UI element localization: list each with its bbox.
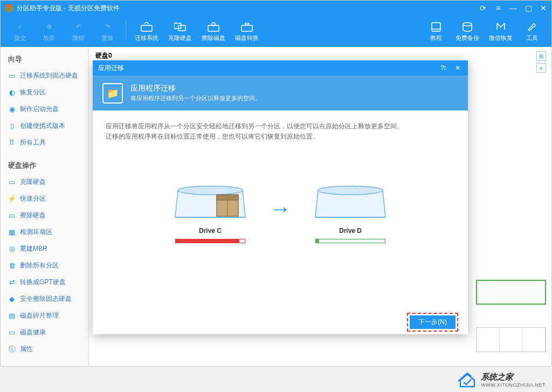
sidebar-item-bootdisk[interactable]: ◉制作启动光盘 xyxy=(1,101,88,118)
maximize-icon[interactable]: ▢ xyxy=(525,4,532,12)
migrate-label: 迁移系统 xyxy=(135,34,158,42)
sidebar-label: 恢复分区 xyxy=(20,88,46,97)
svg-rect-6 xyxy=(432,23,440,31)
sidebar-label: 磁盘碎片整理 xyxy=(20,311,59,320)
erase-button[interactable]: 擦除磁盘 xyxy=(198,19,229,44)
health-icon: ▭ xyxy=(8,329,16,336)
sidebar-item-delete-all[interactable]: 🗑删除所有分区 xyxy=(1,257,88,274)
shield-icon: ◆ xyxy=(8,295,16,303)
close-icon[interactable]: ✕ xyxy=(540,4,547,12)
dialog-header: 📁 应用程序迁移 将应用程序迁移到另一个分区以释放更多的空间。 xyxy=(93,75,468,111)
trash-icon: 🗑 xyxy=(8,262,16,270)
house-icon xyxy=(458,373,477,388)
grid-icon: ⠿ xyxy=(8,139,16,147)
backup-label: 免费备份 xyxy=(456,34,479,42)
sidebar-item-quick-partition[interactable]: ⚡快速分区 xyxy=(1,190,88,207)
backup-button[interactable]: 免费备份 xyxy=(452,19,482,44)
recover-icon: ◐ xyxy=(8,89,16,97)
drive-c-usage-bar xyxy=(175,239,245,243)
sidebar-label: 安全擦除固态硬盘 xyxy=(20,294,72,304)
svg-point-9 xyxy=(178,186,243,195)
partition-bar-1[interactable] xyxy=(476,280,546,305)
sidebar-label: 重建MBR xyxy=(20,244,47,253)
tools-label: 工具 xyxy=(526,34,538,42)
wechat-button[interactable]: 微信恢复 xyxy=(486,19,516,44)
help-icon[interactable]: ?⃝ xyxy=(438,64,448,72)
dialog-header-title: 应用程序迁移 xyxy=(130,84,261,93)
erase-disk-icon: ▭ xyxy=(8,212,16,219)
sidebar-label: 创建便携式版本 xyxy=(20,121,65,130)
watermark-cn: 系统之家 xyxy=(481,372,546,382)
dialog-close-icon[interactable]: ✕ xyxy=(453,64,463,72)
tools-button[interactable]: 工具 xyxy=(519,19,545,44)
redo-button[interactable]: ↷重做 xyxy=(94,19,120,44)
arrow-right-icon: → xyxy=(270,197,291,221)
folder-arrow-icon: 📁 xyxy=(102,83,123,104)
sidebar-item-recover[interactable]: ◐恢复分区 xyxy=(1,84,88,101)
watermark-url: WWW.XITONGZHIJIA.NET xyxy=(481,382,546,388)
next-button-highlight: 下一步(N) xyxy=(407,313,458,332)
wechat-icon xyxy=(495,21,507,33)
sidebar: 向导 ▭迁移系统到固态硬盘 ◐恢复分区 ◉制作启动光盘 ▯创建便携式版本 ⠿所有… xyxy=(1,47,89,366)
sidebar-label: 所有工具 xyxy=(20,138,46,147)
convert-icon xyxy=(241,21,253,33)
erase-label: 擦除磁盘 xyxy=(202,34,225,42)
migrate-icon xyxy=(141,21,153,33)
sidebar-item-gpt[interactable]: ⇄转换成GPT硬盘 xyxy=(1,274,88,291)
sidebar-item-properties[interactable]: ⓘ属性 xyxy=(1,341,88,357)
mbr-icon: ◎ xyxy=(8,245,16,253)
sidebar-item-migrate-ssd[interactable]: ▭迁移系统到固态硬盘 xyxy=(1,67,88,84)
migrate-button[interactable]: 迁移系统 xyxy=(132,19,162,44)
convert-icon: ⇄ xyxy=(8,279,16,286)
undo-button[interactable]: ↶撤销 xyxy=(65,19,91,44)
wechat-label: 微信恢复 xyxy=(489,34,513,42)
svg-rect-2 xyxy=(178,25,185,31)
tutorial-button[interactable]: 教程 xyxy=(423,19,449,44)
sidebar-item-defrag[interactable]: ▤磁盘碎片整理 xyxy=(1,307,88,324)
drive-c-label: Drive C xyxy=(199,227,222,235)
sidebar-label: 删除所有分区 xyxy=(20,261,59,270)
portable-icon: ▯ xyxy=(8,122,16,130)
clone-button[interactable]: 克隆硬盘 xyxy=(165,19,195,44)
menu-icon[interactable]: ≡ xyxy=(494,4,502,12)
convert-label: 磁盘转换 xyxy=(235,34,259,42)
view-list-icon[interactable]: ≡ xyxy=(536,63,546,73)
view-grid-icon[interactable]: ⊞ xyxy=(536,51,546,61)
sidebar-item-secure-erase[interactable]: ◆安全擦除固态硬盘 xyxy=(1,291,88,307)
scan-icon: ▦ xyxy=(8,229,16,236)
title-bar: 分区助手专业版 - 无损分区免费软件 ⟳ ≡ — ▢ ✕ xyxy=(1,1,551,16)
sidebar-item-alltools[interactable]: ⠿所有工具 xyxy=(1,134,88,151)
sidebar-label: 转换成GPT硬盘 xyxy=(20,278,66,287)
source-drive: Drive C xyxy=(172,174,248,243)
svg-rect-5 xyxy=(242,25,252,31)
sidebar-item-badblock[interactable]: ▦检测坏扇区 xyxy=(1,224,88,240)
sidebar-item-portable[interactable]: ▯创建便携式版本 xyxy=(1,118,88,134)
sidebar-item-mbr[interactable]: ◎重建MBR xyxy=(1,240,88,257)
sidebar-label: 迁移系统到固态硬盘 xyxy=(20,71,78,80)
drive-d-usage-bar xyxy=(315,239,385,243)
dialog-title: 应用迁移 xyxy=(98,64,438,73)
sidebar-item-health[interactable]: ▭磁盘健康 xyxy=(1,324,88,341)
dialog-footer: 下一步(N) xyxy=(93,310,468,334)
minimize-icon[interactable]: — xyxy=(509,4,517,12)
watermark: 系统之家 WWW.XITONGZHIJIA.NET xyxy=(458,372,546,388)
target-drive: Drive D xyxy=(313,174,388,243)
svg-point-14 xyxy=(318,186,383,195)
refresh-icon[interactable]: ⟳ xyxy=(479,4,487,12)
dialog-header-subtitle: 将应用程序迁移到另一个分区以释放更多的空间。 xyxy=(130,94,261,102)
sidebar-item-clone-disk[interactable]: ▭克隆硬盘 xyxy=(1,174,88,190)
sidebar-label: 磁盘健康 xyxy=(20,328,46,337)
next-button[interactable]: 下一步(N) xyxy=(410,315,456,329)
sidebar-label: 擦除硬盘 xyxy=(20,211,46,220)
abandon-button[interactable]: ⊗放弃 xyxy=(36,19,62,44)
info-icon: ⓘ xyxy=(8,346,16,353)
convert-button[interactable]: 磁盘转换 xyxy=(232,19,262,44)
clone-label: 克隆硬盘 xyxy=(168,34,192,42)
sidebar-item-erase-disk[interactable]: ▭擦除硬盘 xyxy=(1,207,88,224)
redo-icon: ↷ xyxy=(101,21,113,33)
submit-button[interactable]: ✓提交 xyxy=(7,19,33,44)
sidebar-label: 快速分区 xyxy=(20,194,46,203)
cancel-icon: ⊗ xyxy=(43,21,55,33)
description-line1: 应用迁移将应用程序从一个分区安全轻松地迁移到另一个分区，以便您可以在原始分区上释… xyxy=(106,121,455,132)
partition-bar-2[interactable] xyxy=(476,327,546,352)
